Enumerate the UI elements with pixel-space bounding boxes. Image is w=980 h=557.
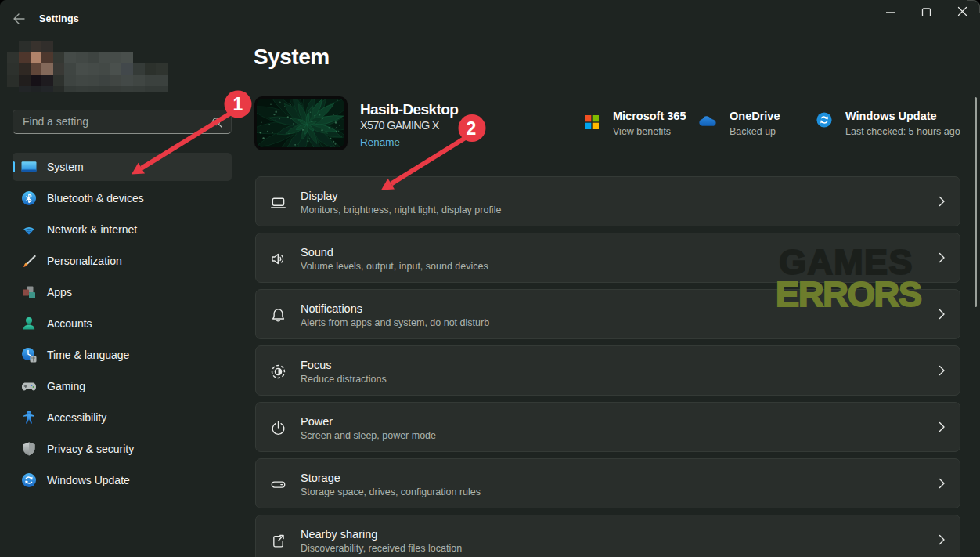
svg-text:1: 1 [233, 94, 243, 114]
svg-text:2: 2 [467, 118, 477, 139]
